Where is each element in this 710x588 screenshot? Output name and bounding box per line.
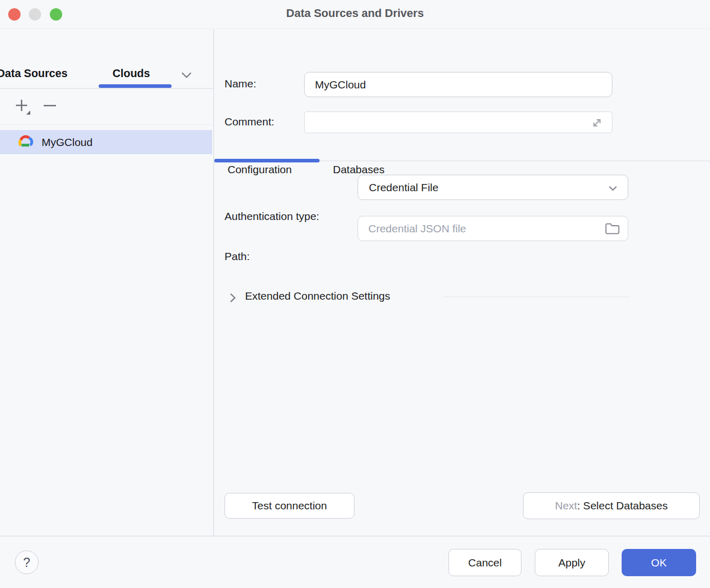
configuration-panel: Name: Comment: Configuration Databases A… [214,29,710,536]
chevron-down-icon[interactable] [179,69,194,84]
expand-editor-icon[interactable] [590,116,604,133]
list-item-mygcloud[interactable]: MyGCloud [0,130,212,154]
path-input[interactable] [358,216,628,241]
divider [0,88,213,89]
sidebar-tab-clouds[interactable]: Clouds [113,67,150,80]
footer-divider [0,536,710,537]
help-button[interactable]: ? [15,550,39,574]
test-connection-button[interactable]: Test connection [225,493,354,519]
divider [0,124,213,125]
authentication-type-select[interactable]: Credential File [358,175,628,200]
comment-input[interactable] [304,112,612,133]
name-input[interactable] [304,72,612,97]
path-label: Path: [225,250,250,263]
active-sidebar-tab-indicator [99,84,172,88]
data-sources-dialog: Data Sources and Drivers Data Sources Cl… [0,0,710,588]
cancel-button[interactable]: Cancel [449,549,521,576]
name-label: Name: [225,78,256,90]
add-icon[interactable] [10,96,33,119]
tab-databases[interactable]: Databases [333,163,384,176]
next-suffix-label: : Select Databases [577,500,667,512]
next-prefix-label: Next [555,500,577,512]
sidebar-tab-data-sources[interactable]: Data Sources [0,67,67,80]
extended-connection-settings-toggle[interactable]: Extended Connection Settings [245,290,390,302]
sidebar: Data Sources Clouds [0,29,213,536]
comment-label: Comment: [225,116,274,128]
apply-button[interactable]: Apply [535,549,609,576]
tab-configuration[interactable]: Configuration [228,163,292,176]
chevron-down-icon [607,182,619,196]
authentication-type-label: Authentication type: [225,210,319,223]
folder-browse-icon[interactable] [605,223,620,237]
active-tab-indicator [214,159,320,162]
remove-icon[interactable] [37,96,60,119]
authentication-type-value: Credential File [369,181,438,194]
ok-button[interactable]: OK [622,549,696,576]
google-cloud-icon [16,134,34,151]
chevron-right-icon[interactable] [227,291,239,307]
list-item-label: MyGCloud [42,136,92,149]
title-bar: Data Sources and Drivers [0,0,710,29]
divider [443,297,629,297]
next-select-databases-button[interactable]: Next: Select Databases [523,492,700,519]
window-title: Data Sources and Drivers [0,7,710,20]
